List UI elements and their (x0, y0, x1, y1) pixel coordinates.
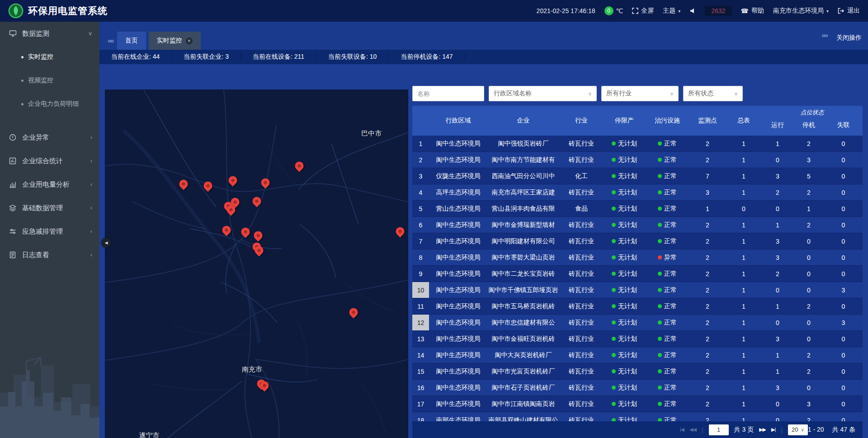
help-button[interactable]: ☎ 帮助 (741, 7, 764, 15)
cell-limit: 无计划 (604, 136, 645, 151)
table-row[interactable]: 14阆中生态环境局阆中大兴页岩机砖厂砖瓦行业无计划正常21120 (412, 347, 863, 363)
name-filter-input[interactable] (412, 86, 484, 101)
cell-limit: 无计划 (604, 331, 645, 347)
region-filter-select[interactable]: 行政区域名称 ∨ (489, 86, 597, 101)
cell-limit: 无计划 (604, 152, 645, 168)
next-page-button[interactable]: ▶▶ (759, 427, 766, 433)
cell-facility: 正常 (645, 233, 689, 249)
cell-industry: 砖瓦行业 (559, 233, 604, 249)
sidebar-item-enterprise-anomaly[interactable]: 企业异常 ‹ (0, 126, 99, 149)
table-row[interactable]: 9阆中生态环境局阆中市二龙长宝页岩砖砖瓦行业无计划正常21200 (412, 266, 863, 282)
sidebar-item-data-monitoring[interactable]: 数据监测 ∨ (0, 22, 99, 45)
theme-dropdown[interactable]: 主题 ▾ (663, 7, 680, 15)
status-dot (612, 369, 616, 373)
status-dot (658, 320, 662, 325)
table-row[interactable]: 3仪陇生态环境局西南油气田分公司川中化工无计划正常71350 (412, 168, 863, 184)
last-page-button[interactable]: ▶| (771, 427, 775, 433)
cell-limit: 无计划 (604, 266, 645, 282)
stats-bar: 当前在线企业: 44当前失联企业: 3当前在线设备: 211当前失联设备: 10… (99, 50, 868, 64)
table-row[interactable]: 17阆中生态环境局阆中市江南镇阆南页岩砖瓦行业无计划正常21030 (412, 396, 863, 412)
cell-meters: 1 (726, 250, 762, 265)
analysis-chart-icon (8, 181, 17, 188)
page-number-input[interactable] (709, 424, 729, 435)
sidebar-item-power-analysis[interactable]: 企业用电量分析 ‹ (0, 173, 99, 196)
cell-limit: 无计划 (604, 233, 645, 249)
col-meters: 总表 (726, 106, 762, 136)
status-filter-select[interactable]: 所有状态 ∨ (683, 86, 743, 101)
sidebar-item-video-monitoring[interactable]: 视频监控 (0, 69, 99, 92)
industry-filter-select[interactable]: 所有行业 ∨ (601, 86, 679, 101)
cell-points: 2 (689, 250, 726, 265)
cell-meters: 1 (726, 412, 762, 421)
cell-stop: 0 (793, 331, 824, 347)
cell-limit: 无计划 (604, 201, 645, 217)
tab-realtime-monitoring[interactable]: 实时监控 × (149, 32, 201, 50)
row-index: 2 (412, 152, 429, 168)
cityscape-decoration (0, 339, 99, 438)
stat-item: 当前在线企业: 44 (107, 53, 172, 61)
cell-lost: 0 (824, 412, 863, 421)
temperature: 0 ℃ (604, 6, 623, 15)
cell-facility: 正常 (645, 168, 689, 184)
close-operations-button[interactable]: 关闭操作 (836, 34, 862, 42)
prev-page-button[interactable]: ◀◀ (689, 427, 696, 433)
cell-industry: 砖瓦行业 (559, 396, 604, 412)
table-row[interactable]: 7阆中生态环境局阆中明阳建材有限公司砖瓦行业无计划正常21300 (412, 233, 863, 250)
cell-company: 阆中强锐页岩砖厂 (487, 136, 559, 151)
sidebar-item-realtime-monitoring[interactable]: 实时监控 (0, 45, 99, 69)
cell-meters: 1 (726, 282, 762, 298)
table-row[interactable]: 18南部生态环境局南部县双峰山建材有限公砖瓦行业无计划正常21020 (412, 412, 863, 421)
table-row[interactable]: 1阆中生态环境局阆中强锐页岩砖厂砖瓦行业无计划正常21120 (412, 136, 863, 152)
sidebar-item-power-load-detail[interactable]: 企业电力负荷明细 (0, 92, 99, 116)
cell-stop: 2 (793, 363, 824, 379)
tab-home[interactable]: 首页 (117, 32, 146, 50)
table-row[interactable]: 6阆中生态环境局阆中市金博瑞新型墙材砖瓦行业无计划正常21120 (412, 217, 863, 233)
chevron-left-icon: ‹ (90, 181, 92, 188)
cell-points: 1 (689, 201, 726, 217)
table-row[interactable]: 10阆中生态环境局阆中市千佛镇五郎垭页岩砖瓦行业无计划正常21003 (412, 282, 863, 298)
org-dropdown[interactable]: 南充市生态环境局 ▾ (773, 7, 829, 15)
table-row[interactable]: 15阆中生态环境局阆中市光富页岩机砖厂砖瓦行业无计划正常21120 (412, 363, 863, 380)
tabs-scroll-right-button[interactable]: »» (818, 31, 831, 44)
table-row[interactable]: 13阆中生态环境局阆中市金福旺页岩机砖砖瓦行业无计划正常21300 (412, 331, 863, 347)
tabs-scroll-left-button[interactable]: «« (104, 37, 117, 50)
stat-item: 当前失联企业: 3 (172, 53, 241, 61)
cell-meters: 1 (726, 315, 762, 330)
sidebar-collapse-toggle[interactable]: ◀ (101, 238, 111, 248)
table-row[interactable]: 11阆中生态环境局阆中市五马桥页岩机砖砖瓦行业无计划正常21120 (412, 298, 863, 315)
cell-meters: 1 (726, 233, 762, 249)
table-row[interactable]: 8阆中生态环境局阆中市枣碧大梁山页岩砖瓦行业无计划异常21300 (412, 250, 863, 266)
app-logo-icon (8, 3, 24, 19)
sidebar-item-log-view[interactable]: 日志查看 ‹ (0, 243, 99, 267)
cell-points: 2 (689, 396, 726, 412)
cell-stop: 3 (793, 152, 824, 168)
cell-lost: 0 (824, 184, 863, 200)
sidebar-item-emergency-management[interactable]: 应急减排管理 ‹ (0, 220, 99, 243)
cell-region: 阆中生态环境局 (429, 298, 487, 314)
table-row[interactable]: 12阆中生态环境局阆中市忠信建材有限公砖瓦行业无计划正常21003 (412, 315, 863, 331)
logout-button[interactable]: 退出 (838, 7, 860, 15)
alert-count-badge[interactable]: 2632 (705, 6, 731, 16)
cell-limit: 无计划 (604, 412, 645, 421)
page-size-select[interactable]: 20 ∨ (788, 424, 808, 435)
table-row[interactable]: 5营山生态环境局营山县润丰肉食品有限食品无计划正常10010 (412, 201, 863, 217)
status-dot (658, 272, 662, 276)
col-points: 监测点 (689, 106, 726, 136)
collapse-left-icon: ◀ (105, 240, 108, 245)
cell-limit: 无计划 (604, 315, 645, 330)
sidebar-item-base-data[interactable]: 基础数据管理 ‹ (0, 196, 99, 220)
layers-icon (8, 204, 17, 212)
cell-company: 阆中明阳建材有限公司 (487, 233, 559, 249)
bullet-icon (21, 80, 24, 82)
table-row[interactable]: 4高坪生态环境局南充市高坪区王家店建砖瓦行业无计划正常31220 (412, 184, 863, 201)
fullscreen-button[interactable]: 全屏 (632, 7, 654, 15)
table-row[interactable]: 16阆中生态环境局阆中市石子页岩机砖厂砖瓦行业无计划正常21300 (412, 380, 863, 396)
sidebar-item-enterprise-statistics[interactable]: 企业综合统计 ‹ (0, 149, 99, 173)
close-icon[interactable]: × (186, 38, 193, 44)
first-page-button[interactable]: |◀ (680, 427, 684, 433)
cell-region: 仪陇生态环境局 (429, 168, 487, 184)
cell-region: 阆中生态环境局 (429, 250, 487, 265)
table-row[interactable]: 2阆中生态环境局阆中市南方节能建材有砖瓦行业无计划正常21030 (412, 152, 863, 168)
announcement-button[interactable] (689, 8, 696, 14)
map[interactable]: 巴中市南充市遂宁市 (105, 89, 408, 438)
